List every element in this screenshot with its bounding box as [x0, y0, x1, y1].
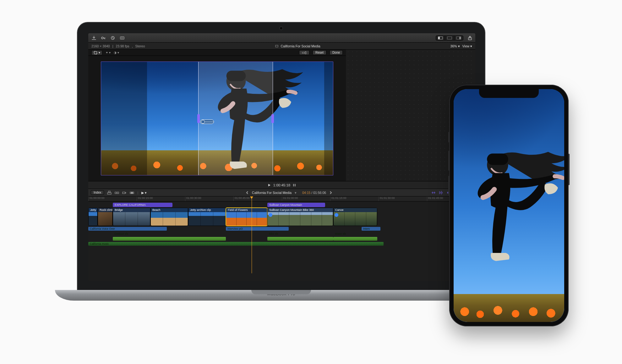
playhead-timecode: 1:00:45:18	[273, 183, 290, 187]
svg-rect-15	[107, 193, 111, 194]
viewer-tool-crumb: ▾ ✦ ▾ ◑ ▾ ▭▯ Reset Done	[88, 50, 346, 56]
audio-clip[interactable]: California music	[88, 242, 384, 246]
crop-overlay[interactable]	[199, 62, 273, 175]
select-tool[interactable]: ▶ ▾	[141, 191, 147, 195]
svg-rect-19	[123, 192, 125, 194]
clip-title: Jetty archive clip	[188, 208, 226, 212]
append-clip-icon[interactable]	[122, 191, 127, 195]
svg-rect-16	[108, 191, 110, 192]
timeline-clip[interactable]: Beach	[150, 208, 188, 226]
loop-icon[interactable]	[293, 184, 296, 187]
audio-clip[interactable]: Interview pt3	[226, 227, 289, 231]
project-icon	[275, 45, 278, 48]
svg-rect-12	[94, 51, 97, 54]
ruler-tick: 01:00:45:00	[233, 196, 282, 201]
timeline[interactable]: EXPLORE CALIFORNIASullivan Canyon Mounta…	[88, 201, 475, 281]
crop-mode-toggle[interactable]: ▭▯	[299, 50, 309, 55]
macbook-device: 2160 × 3840 | 23.98 fps , Stereo Califor…	[77, 22, 485, 301]
primary-storyline[interactable]: JettyRock climbBridgeBeachJetty archive …	[88, 208, 475, 226]
ruler-tick: 01:01:15:00	[330, 196, 379, 201]
skimming-icon[interactable]	[431, 191, 436, 195]
svg-rect-13	[293, 184, 294, 186]
ruler-tick: 01:00:30:00	[185, 196, 233, 201]
timeline-next[interactable]	[329, 191, 332, 194]
timeline-prev[interactable]	[246, 191, 249, 194]
viewer-canvas[interactable]	[88, 56, 346, 181]
project-name: California For Social Media	[281, 44, 320, 48]
view-menu[interactable]: View ▾	[462, 44, 472, 48]
insert-clip-icon[interactable]	[115, 191, 119, 195]
playbar: 1:00:45:18	[88, 181, 475, 189]
ruler-tick: 01:00:15:00	[137, 196, 185, 201]
timeline-clip[interactable]: Field of Flowers	[226, 208, 267, 226]
laptop-base: MacBook Pro	[55, 290, 507, 301]
import-icon[interactable]	[91, 36, 96, 40]
workspace-switcher[interactable]	[436, 35, 463, 40]
crop-tool-button[interactable]: ▾	[91, 50, 102, 55]
share-icon[interactable]	[468, 36, 472, 40]
clip-audio: Stereo	[135, 44, 145, 48]
phone-screen	[454, 89, 564, 322]
index-button[interactable]: Index	[91, 190, 104, 195]
overwrite-clip-icon[interactable]	[130, 191, 134, 195]
audio-skimming-icon[interactable]	[439, 191, 443, 195]
anchor-control[interactable]	[200, 120, 214, 124]
marker-lane: EXPLORE CALIFORNIASullivan Canyon Mounta…	[88, 203, 475, 207]
audio-clip[interactable]: Interv	[362, 227, 380, 231]
audio-clip[interactable]: Water sfx	[333, 232, 377, 236]
playhead[interactable]	[252, 196, 252, 273]
clip-title: Rock climb	[98, 208, 112, 212]
laptop-camera	[280, 27, 282, 29]
svg-rect-14	[295, 184, 296, 186]
svg-rect-11	[276, 45, 278, 47]
arrange-icon[interactable]	[120, 36, 125, 40]
audio-lane-2[interactable]	[88, 237, 475, 241]
clip-title: Bridge	[113, 208, 150, 212]
ruler-tick: 01:01:00:00	[282, 196, 330, 201]
clip-title: Canoe	[334, 208, 377, 212]
audio-clip[interactable]	[267, 237, 333, 241]
enhance-tool-button[interactable]: ◑ ▾	[114, 51, 119, 54]
svg-rect-21	[131, 192, 133, 194]
timeline-clip[interactable]: Sullivan Canyon Mountain Bike 360	[267, 208, 333, 226]
audio-clip[interactable]	[113, 237, 226, 241]
audio-lane-0[interactable]: California Voice OverInterview pt3Interv	[88, 227, 475, 231]
timeline-clip[interactable]: Canoe	[333, 208, 377, 226]
audio-lane-3[interactable]: California music	[88, 242, 475, 246]
connect-clip-icon[interactable]	[107, 191, 112, 195]
timeline-toolbar: Index | ▶ ▾ California For Social Media …	[88, 189, 475, 196]
audio-clip[interactable]: Bike sfx	[267, 232, 333, 236]
phone-runner-subject	[454, 99, 564, 313]
timeline-project-name[interactable]: California For Social Media	[252, 191, 292, 195]
audio-lane-1[interactable]: Outdoor sfxBike sfxWater sfx	[88, 232, 475, 236]
ruler-tick: 01:01:30:00	[379, 196, 427, 201]
clip-title: Beach	[151, 208, 188, 212]
timeline-marker[interactable]: Sullivan Canyon Mountain	[267, 203, 325, 207]
timeline-ruler[interactable]: 01:00:00:0001:00:15:0001:00:30:0001:00:4…	[88, 196, 475, 201]
done-button[interactable]: Done	[330, 50, 343, 55]
timeline-clip[interactable]: Jetty archive clip	[188, 208, 226, 226]
app-toolbar	[88, 33, 475, 43]
reset-button[interactable]: Reset	[313, 50, 326, 55]
bg-tasks-icon[interactable]	[110, 36, 115, 40]
audio-clip[interactable]: California Voice Over	[88, 227, 167, 231]
timeline-clip[interactable]: Bridge	[113, 208, 150, 226]
timeline-clip[interactable]: Jetty	[88, 208, 98, 226]
audio-clip[interactable]: Outdoor sfx	[113, 232, 226, 236]
audio-clip[interactable]	[333, 237, 377, 241]
phone-notch	[479, 89, 539, 98]
play-icon[interactable]	[268, 184, 271, 187]
transform-tool-button[interactable]: ✦ ▾	[106, 51, 111, 54]
timeline-duration: 01:56:06	[313, 191, 326, 195]
keyword-icon[interactable]	[101, 36, 106, 40]
timeline-marker[interactable]: EXPLORE CALIFORNIA	[113, 203, 172, 207]
svg-rect-7	[447, 37, 452, 39]
clip-title: Sullivan Canyon Mountain Bike 360	[268, 208, 333, 212]
timeline-clip[interactable]: Rock climb	[98, 208, 113, 226]
svg-rect-9	[459, 37, 461, 39]
info-bar: 2160 × 3840 | 23.98 fps , Stereo Califor…	[88, 43, 475, 50]
ruler-tick: 01:00:00:00	[88, 196, 137, 201]
iphone-device	[449, 85, 569, 326]
svg-rect-17	[115, 192, 117, 194]
viewer-zoom[interactable]: 36% ▾	[450, 44, 460, 48]
